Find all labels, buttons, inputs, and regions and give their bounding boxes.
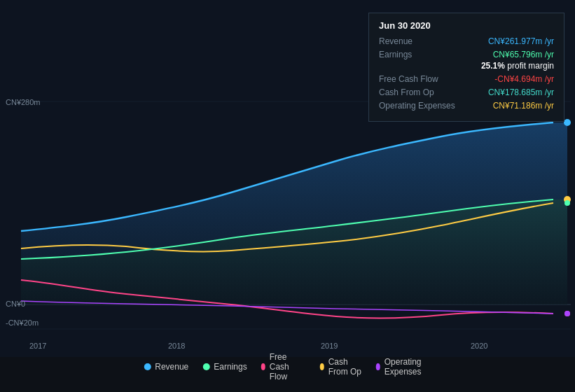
- legend-revenue-label: Revenue: [155, 362, 188, 372]
- legend-earnings-label: Earnings: [214, 362, 247, 372]
- svg-point-8: [564, 311, 570, 316]
- x-label-2020: 2020: [471, 342, 487, 350]
- legend-opex-dot: [376, 363, 380, 370]
- legend-revenue-dot: [144, 363, 151, 370]
- tooltip-revenue-row: Revenue CN¥261.977m /yr: [379, 36, 554, 46]
- legend-fcf-dot: [261, 363, 265, 370]
- legend-fcf[interactable]: Free Cash Flow: [261, 352, 306, 382]
- tooltip-fcf-label: Free Cash Flow: [379, 74, 456, 84]
- legend-fcf-label: Free Cash Flow: [270, 352, 306, 382]
- y-label-neg20: -CN¥20m: [6, 318, 39, 327]
- tooltip-earnings-label: Earnings: [379, 50, 456, 59]
- tooltip-fcf-row: Free Cash Flow -CN¥4.694m /yr: [379, 74, 554, 84]
- profit-margin: 25.1% profit margin: [481, 61, 554, 71]
- tooltip-box: Jun 30 2020 Revenue CN¥261.977m /yr Earn…: [368, 13, 564, 122]
- y-label-280: CN¥280m: [6, 98, 41, 106]
- chart-legend: Revenue Earnings Free Cash Flow Cash Fro…: [144, 352, 431, 382]
- tooltip-earnings-row: Earnings CN¥65.796m /yr 25.1% profit mar…: [379, 50, 554, 71]
- legend-opex-label: Operating Expenses: [385, 357, 431, 377]
- tooltip-opex-row: Operating Expenses CN¥71.186m /yr: [379, 101, 554, 111]
- chart-container: CN¥280m CN¥0 -CN¥20m 2017 2018 2019 2020…: [0, 0, 575, 392]
- x-label-2019: 2019: [321, 342, 338, 350]
- legend-cashop-label: Cash From Op: [328, 357, 362, 377]
- tooltip-cashop-row: Cash From Op CN¥178.685m /yr: [379, 88, 554, 97]
- svg-point-4: [564, 119, 571, 126]
- legend-cashop[interactable]: Cash From Op: [320, 357, 362, 377]
- legend-earnings-dot: [202, 363, 209, 370]
- legend-earnings[interactable]: Earnings: [202, 362, 247, 372]
- tooltip-date: Jun 30 2020: [379, 20, 554, 31]
- tooltip-cashop-label: Cash From Op: [379, 88, 456, 97]
- tooltip-opex-label: Operating Expenses: [379, 101, 456, 111]
- tooltip-revenue-label: Revenue: [379, 36, 456, 46]
- legend-opex[interactable]: Operating Expenses: [376, 357, 431, 377]
- legend-revenue[interactable]: Revenue: [144, 362, 188, 372]
- tooltip-cashop-value: CN¥178.685m /yr: [488, 88, 554, 97]
- x-label-2018: 2018: [168, 342, 185, 350]
- legend-cashop-dot: [320, 363, 324, 370]
- tooltip-opex-value: CN¥71.186m /yr: [493, 101, 554, 111]
- svg-point-6: [564, 200, 570, 206]
- tooltip-fcf-value: -CN¥4.694m /yr: [494, 74, 554, 84]
- x-label-2017: 2017: [29, 342, 46, 350]
- tooltip-revenue-value: CN¥261.977m /yr: [488, 36, 554, 46]
- y-label-0: CN¥0: [6, 300, 25, 308]
- tooltip-earnings-value: CN¥65.796m /yr: [481, 50, 554, 59]
